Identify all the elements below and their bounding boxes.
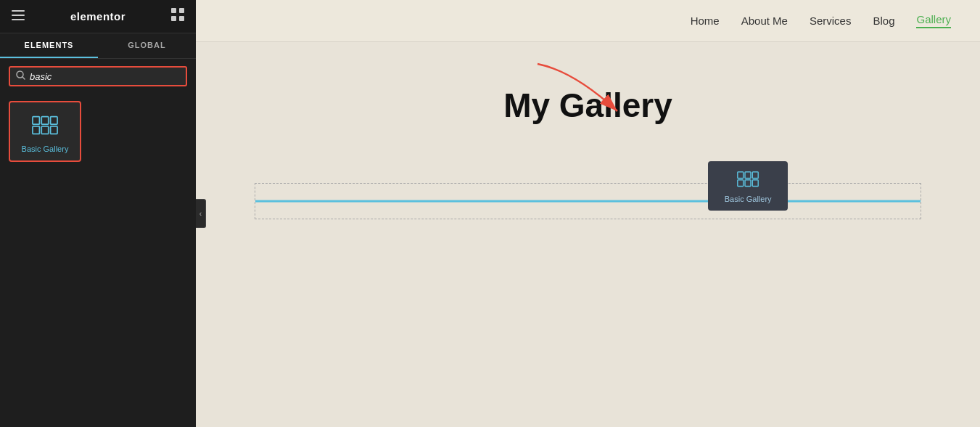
basic-gallery-card-label: Basic Gallery <box>17 145 73 153</box>
search-icon <box>16 70 25 82</box>
left-panel: elementor ELEMENTS GLOBAL <box>0 0 196 427</box>
svg-rect-13 <box>41 126 48 134</box>
nav-services[interactable]: Services <box>810 15 852 27</box>
nav-about-me[interactable]: About Me <box>741 15 788 27</box>
drop-zone-line <box>255 200 921 203</box>
tab-elements[interactable]: ELEMENTS <box>0 33 98 58</box>
search-input[interactable] <box>30 71 180 82</box>
top-bar: elementor <box>0 0 196 33</box>
page-content: My Gallery <box>196 42 980 427</box>
svg-rect-5 <box>171 16 176 21</box>
grid-icon[interactable] <box>171 8 184 25</box>
nav-blog[interactable]: Blog <box>873 15 894 27</box>
search-bar <box>0 59 196 94</box>
basic-gallery-card-icon <box>17 113 73 139</box>
search-input-wrapper <box>9 66 187 86</box>
drop-zone-container: Basic Gallery <box>255 183 921 219</box>
nav-gallery[interactable]: Gallery <box>916 13 951 28</box>
svg-rect-1 <box>12 15 25 16</box>
svg-rect-14 <box>51 126 57 134</box>
page-title: My Gallery <box>503 86 672 125</box>
svg-rect-0 <box>12 10 25 12</box>
svg-rect-3 <box>171 8 176 13</box>
drag-tooltip-label: Basic Gallery <box>725 195 772 203</box>
nav-home[interactable]: Home <box>691 15 720 27</box>
hamburger-icon[interactable] <box>12 9 25 24</box>
svg-rect-10 <box>41 117 48 124</box>
svg-rect-6 <box>179 16 184 21</box>
svg-rect-2 <box>12 19 25 20</box>
svg-rect-20 <box>745 180 751 187</box>
elements-grid: Basic Gallery <box>0 94 196 169</box>
svg-rect-19 <box>738 180 744 187</box>
svg-rect-21 <box>752 180 758 187</box>
svg-rect-11 <box>51 117 57 124</box>
svg-rect-17 <box>745 172 751 179</box>
svg-rect-4 <box>179 8 184 13</box>
tab-global[interactable]: GLOBAL <box>98 33 196 58</box>
svg-rect-18 <box>752 172 758 179</box>
drop-zone[interactable] <box>255 183 921 219</box>
nav-bar: Home About Me Services Blog Gallery <box>196 0 980 42</box>
nav-links: Home About Me Services Blog Gallery <box>691 13 951 28</box>
svg-rect-12 <box>33 126 39 134</box>
svg-line-8 <box>22 77 25 80</box>
tab-bar: ELEMENTS GLOBAL <box>0 33 196 59</box>
svg-rect-16 <box>738 172 744 179</box>
svg-rect-9 <box>33 117 39 124</box>
main-canvas: Home About Me Services Blog Gallery My G… <box>196 0 980 427</box>
drag-tooltip: Basic Gallery <box>708 161 788 211</box>
collapse-panel-button[interactable]: ‹ <box>196 199 206 228</box>
basic-gallery-element-card[interactable]: Basic Gallery <box>9 101 81 162</box>
elementor-logo: elementor <box>70 10 125 23</box>
